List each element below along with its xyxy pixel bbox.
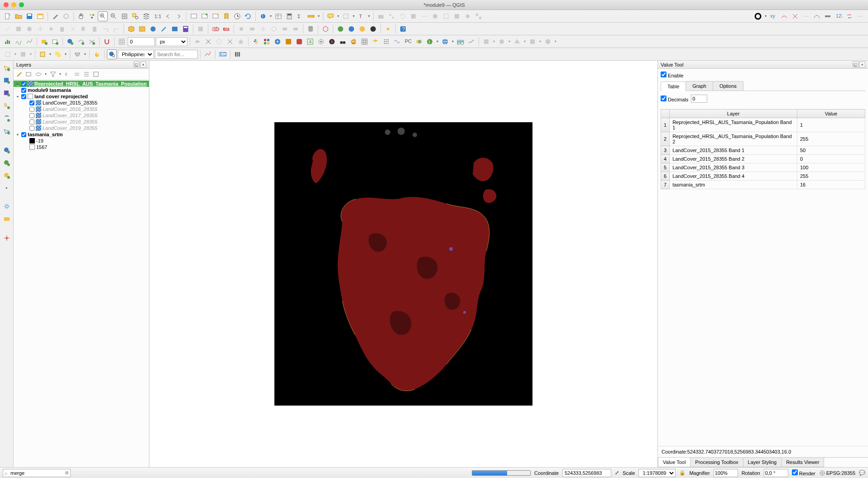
- label-abc-red-icon[interactable]: abc: [221, 24, 231, 34]
- binoculars-icon[interactable]: [338, 37, 348, 47]
- tab-table[interactable]: Table: [661, 81, 686, 91]
- toolbox-icon[interactable]: [376, 11, 386, 21]
- save-project-icon[interactable]: [24, 11, 34, 21]
- star-icon[interactable]: [236, 37, 246, 47]
- open-field-calc-icon[interactable]: [181, 24, 191, 34]
- zoom-out-icon[interactable]: [109, 11, 119, 21]
- bottom-tab[interactable]: Results Viewer: [781, 458, 824, 467]
- add-spatialite-icon[interactable]: [1, 113, 12, 124]
- crs-button[interactable]: EPSG:28355: [819, 470, 855, 476]
- new-spatialite-icon[interactable]: [148, 24, 158, 34]
- shape-tool2-icon[interactable]: [497, 37, 507, 47]
- table-row[interactable]: 7tasmania_srtm16: [661, 181, 865, 189]
- target-icon[interactable]: [316, 37, 326, 47]
- identify-icon[interactable]: i: [258, 11, 268, 21]
- label-abc-icon[interactable]: abc: [211, 24, 221, 34]
- add-wcs-icon[interactable]: [1, 158, 12, 168]
- select-dropdown[interactable]: ▼: [352, 11, 355, 21]
- add-layer2-icon[interactable]: [50, 37, 60, 47]
- layer-row[interactable]: ▾land cover reprojected: [14, 93, 149, 100]
- histogram2-icon[interactable]: [14, 37, 24, 47]
- db-manager-icon[interactable]: [306, 24, 316, 34]
- grid-tool-icon[interactable]: [262, 37, 272, 47]
- model-icon[interactable]: [387, 11, 397, 21]
- install-plugin-icon[interactable]: [273, 37, 283, 47]
- pan-icon[interactable]: [76, 11, 86, 21]
- add-feature-icon[interactable]: [24, 24, 34, 34]
- style-manager-icon[interactable]: [50, 11, 60, 21]
- map-canvas[interactable]: [274, 122, 532, 406]
- search-input[interactable]: [155, 50, 198, 59]
- mesh-icon[interactable]: [441, 11, 451, 21]
- text-dropdown[interactable]: ▼: [367, 11, 371, 21]
- simplify-icon[interactable]: [855, 11, 865, 21]
- green-4-icon[interactable]: 4: [305, 37, 315, 47]
- select-add-icon[interactable]: [53, 49, 63, 59]
- render-checkbox[interactable]: Render: [792, 469, 815, 476]
- map-tips-icon[interactable]: [326, 11, 336, 21]
- col-value[interactable]: Value: [797, 110, 865, 118]
- rotation-input[interactable]: [764, 469, 788, 477]
- new-map-view-icon[interactable]: [189, 11, 199, 21]
- edit-in-place-icon[interactable]: [419, 11, 429, 21]
- snap-value-input[interactable]: [128, 37, 155, 46]
- bottom-tab[interactable]: Value Tool: [658, 458, 691, 467]
- layer-row[interactable]: ▾tasmania_srtm: [14, 131, 149, 138]
- table-row[interactable]: 6LandCover_2015_28355 Band 4255: [661, 172, 865, 181]
- redo-icon[interactable]: [111, 24, 121, 34]
- add-vector-layer-icon[interactable]: [1, 62, 12, 73]
- grid-icon[interactable]: [117, 37, 127, 47]
- add-layer-green-icon[interactable]: [39, 37, 49, 47]
- grid3-icon[interactable]: [360, 37, 369, 47]
- text-annotation-icon[interactable]: T: [356, 11, 366, 21]
- shape-tool1-icon[interactable]: [481, 37, 491, 47]
- globe-green-icon[interactable]: [336, 24, 345, 34]
- globe-yellow-icon[interactable]: [357, 24, 367, 34]
- vertex-tool-xy-icon[interactable]: xy: [768, 11, 778, 21]
- move-feature-icon[interactable]: [35, 24, 45, 34]
- layer-visibility-icon[interactable]: [34, 70, 43, 78]
- layer-add-group-icon[interactable]: [25, 70, 33, 78]
- globe-icon[interactable]: [440, 37, 450, 47]
- tiled-icon[interactable]: [474, 11, 484, 21]
- save-edits-icon[interactable]: [14, 24, 24, 34]
- clear-search-icon[interactable]: ⊗: [65, 470, 69, 476]
- table-row[interactable]: 2Reprojected_HRSL_AUS_Tasmania_Populatio…: [661, 132, 865, 146]
- table-row[interactable]: 5LandCover_2015_28355 Band 3100: [661, 163, 865, 172]
- identify-dropdown[interactable]: ▼: [269, 11, 273, 21]
- statistics-icon[interactable]: Σ: [295, 11, 305, 21]
- no-action-icon[interactable]: [753, 11, 763, 21]
- shape-tool4-icon[interactable]: [528, 37, 537, 47]
- shape-tool5-icon[interactable]: [543, 37, 553, 47]
- bottom-tab[interactable]: Processing Toolbox: [690, 458, 743, 467]
- refresh-icon[interactable]: [243, 11, 253, 21]
- layer-expand-icon[interactable]: [73, 70, 81, 78]
- zoom-full-icon[interactable]: [120, 11, 129, 21]
- add-wfs-icon[interactable]: [1, 170, 12, 181]
- layer-remove-icon[interactable]: [92, 70, 100, 78]
- measure-dropdown[interactable]: ▼: [317, 11, 321, 21]
- zoom-next-icon[interactable]: [174, 11, 184, 21]
- colorbar-icon[interactable]: [233, 49, 243, 59]
- digitize-curve-icon[interactable]: [779, 11, 789, 21]
- venn-icon[interactable]: [414, 37, 424, 47]
- paste-icon[interactable]: [90, 24, 100, 34]
- enable-checkbox[interactable]: Enable: [661, 72, 683, 78]
- select-all-icon[interactable]: [18, 49, 28, 59]
- trace-icon[interactable]: [812, 11, 822, 21]
- new-geopackage-icon[interactable]: [137, 24, 147, 34]
- layer-style-icon[interactable]: [15, 70, 24, 78]
- info-green-icon[interactable]: i: [425, 37, 435, 47]
- scale-select[interactable]: 1:1978089: [638, 469, 676, 477]
- point-yellow-icon[interactable]: [383, 24, 393, 34]
- decimals-checkbox[interactable]: Decimals: [661, 96, 688, 102]
- new-virtual-icon[interactable]: [159, 24, 169, 34]
- ref-icon[interactable]: Ref: [349, 37, 359, 47]
- extend-icon[interactable]: [823, 11, 833, 21]
- layer-tree[interactable]: ▸Reprojected_HRSL_AUS_Tasmania_Populatio…: [14, 80, 149, 467]
- histogram3-icon[interactable]: [24, 37, 34, 47]
- layer-expression-icon[interactable]: ε: [63, 70, 72, 78]
- dots-grid-icon[interactable]: [381, 37, 391, 47]
- circle-icon[interactable]: [214, 37, 224, 47]
- histogram1-icon[interactable]: [3, 37, 13, 47]
